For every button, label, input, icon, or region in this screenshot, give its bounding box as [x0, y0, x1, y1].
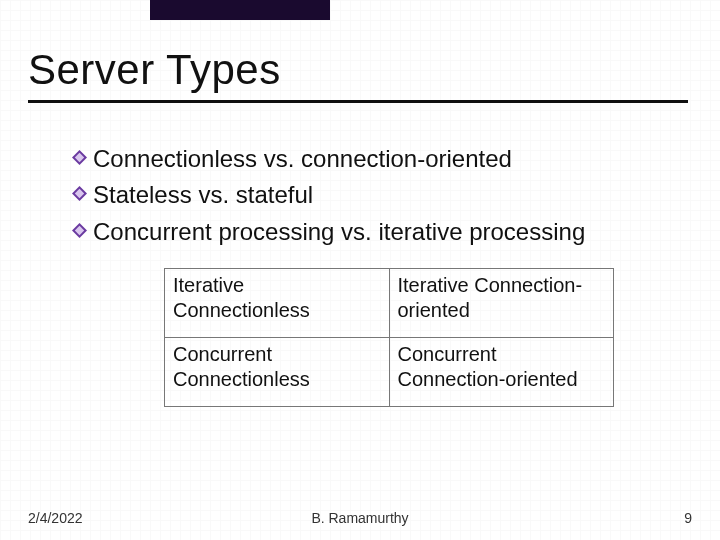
title-underline — [28, 100, 688, 103]
bullet-text: Concurrent processing vs. iterative proc… — [93, 216, 585, 248]
diamond-bullet-icon — [72, 223, 87, 238]
title-block: Server Types — [28, 0, 692, 109]
footer-page-number: 9 — [684, 510, 692, 526]
table-cell: Iterative Connection-oriented — [389, 269, 614, 338]
bullet-text: Connectionless vs. connection-oriented — [93, 143, 512, 175]
table-row: Concurrent Connectionless Concurrent Con… — [165, 338, 614, 407]
table-cell: Iterative Connectionless — [165, 269, 390, 338]
slide-title: Server Types — [28, 46, 692, 94]
server-type-table: Iterative Connectionless Iterative Conne… — [164, 268, 614, 407]
diamond-bullet-icon — [72, 150, 87, 165]
bullet-item: Concurrent processing vs. iterative proc… — [72, 216, 684, 248]
table-cell: Concurrent Connectionless — [165, 338, 390, 407]
table: Iterative Connectionless Iterative Conne… — [164, 268, 614, 407]
bullet-text: Stateless vs. stateful — [93, 179, 313, 211]
body: Connectionless vs. connection-oriented S… — [28, 109, 692, 407]
diamond-bullet-icon — [72, 186, 87, 201]
footer-date: 2/4/2022 — [28, 510, 83, 526]
footer: 2/4/2022 B. Ramamurthy 9 — [0, 510, 720, 526]
table-row: Iterative Connectionless Iterative Conne… — [165, 269, 614, 338]
table-cell: Concurrent Connection-oriented — [389, 338, 614, 407]
accent-bar — [150, 0, 330, 20]
bullet-item: Stateless vs. stateful — [72, 179, 684, 211]
bullet-item: Connectionless vs. connection-oriented — [72, 143, 684, 175]
slide: Server Types Connectionless vs. connecti… — [0, 0, 720, 540]
footer-author: B. Ramamurthy — [0, 510, 720, 526]
